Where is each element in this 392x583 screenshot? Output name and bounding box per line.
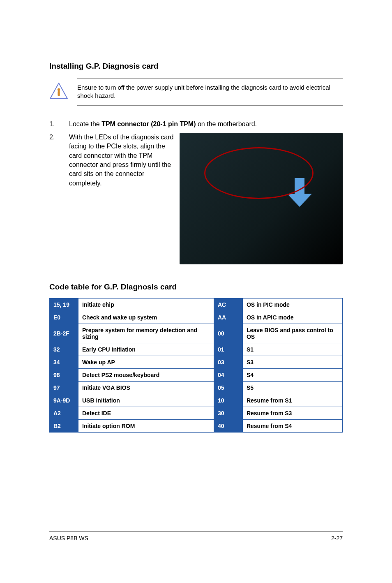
table-row: B2Initiate option ROM40Resume from S4 bbox=[50, 419, 343, 432]
warning-text: Ensure to turn off the power supply unit… bbox=[77, 78, 343, 106]
code-left: 9A-9D bbox=[50, 394, 78, 407]
desc-left: Wake up AP bbox=[78, 356, 214, 368]
install-heading: Installing G.P. Diagnosis card bbox=[49, 62, 343, 71]
diagnosis-code-table: 15, 19Initiate chipACOS in PIC modeE0Che… bbox=[49, 298, 343, 433]
code-table-heading: Code table for G.P. Diagnosis card bbox=[49, 282, 343, 292]
desc-right: OS in APIC mode bbox=[242, 311, 342, 324]
code-left: B2 bbox=[50, 419, 78, 432]
code-left: A2 bbox=[50, 407, 78, 419]
code-left: 15, 19 bbox=[50, 298, 78, 311]
code-left: 34 bbox=[50, 356, 78, 368]
warning-icon bbox=[49, 82, 68, 101]
code-right: 01 bbox=[214, 343, 242, 356]
desc-left: Check and wake up system bbox=[78, 311, 214, 324]
desc-right: S5 bbox=[242, 381, 342, 394]
install-steps-list: Locate the TPM connector (20-1 pin TPM) … bbox=[49, 120, 343, 264]
code-right: 03 bbox=[214, 356, 242, 368]
code-right: 00 bbox=[214, 324, 242, 343]
desc-left: Detect IDE bbox=[78, 407, 214, 419]
desc-left: USB initiation bbox=[78, 394, 214, 407]
code-right: 30 bbox=[214, 407, 242, 419]
code-left: 97 bbox=[50, 381, 78, 394]
table-row: E0Check and wake up systemAAOS in APIC m… bbox=[50, 311, 343, 324]
motherboard-photo bbox=[180, 133, 343, 264]
desc-left: Early CPU initiation bbox=[78, 343, 214, 356]
desc-right: Resume from S4 bbox=[242, 419, 342, 432]
table-row: 9A-9DUSB initiation10Resume from S1 bbox=[50, 394, 343, 407]
step1-connector-name: TPM connector (20-1 pin TPM) bbox=[101, 120, 196, 127]
desc-left: Initiate option ROM bbox=[78, 419, 214, 432]
table-row: A2Detect IDE30Resume from S3 bbox=[50, 407, 343, 419]
code-left: E0 bbox=[50, 311, 78, 324]
desc-left: Detect PS2 mouse/keyboard bbox=[78, 368, 214, 381]
step-1: Locate the TPM connector (20-1 pin TPM) … bbox=[49, 120, 343, 129]
svg-point-0 bbox=[58, 88, 60, 91]
code-right: 04 bbox=[214, 368, 242, 381]
svg-rect-1 bbox=[58, 91, 60, 96]
desc-right: Resume from S3 bbox=[242, 407, 342, 419]
code-right: 10 bbox=[214, 394, 242, 407]
desc-right: S3 bbox=[242, 356, 342, 368]
table-row: 2B-2FPrepare system for memory detection… bbox=[50, 324, 343, 343]
step1-post: on the motherboard. bbox=[196, 120, 257, 127]
desc-left: Prepare system for memory detection and … bbox=[78, 324, 214, 343]
code-right: AA bbox=[214, 311, 242, 324]
code-left: 2B-2F bbox=[50, 324, 78, 343]
desc-left: Initiate chip bbox=[78, 298, 214, 311]
table-row: 34Wake up AP03S3 bbox=[50, 356, 343, 368]
page-footer: ASUS P8B WS 2-27 bbox=[49, 531, 343, 541]
install-arrow-icon bbox=[287, 178, 312, 207]
table-row: 97Initiate VGA BIOS05S5 bbox=[50, 381, 343, 394]
step2-text: With the LEDs of the diagnosis card faci… bbox=[69, 133, 174, 188]
code-right: 40 bbox=[214, 419, 242, 432]
footer-product: ASUS P8B WS bbox=[49, 535, 88, 541]
step-2: With the LEDs of the diagnosis card faci… bbox=[49, 133, 343, 264]
table-row: 98Detect PS2 mouse/keyboard04S4 bbox=[50, 368, 343, 381]
desc-right: OS in PIC mode bbox=[242, 298, 342, 311]
table-row: 15, 19Initiate chipACOS in PIC mode bbox=[50, 298, 343, 311]
desc-right: S1 bbox=[242, 343, 342, 356]
footer-page-number: 2-27 bbox=[331, 535, 343, 541]
code-left: 98 bbox=[50, 368, 78, 381]
step1-pre: Locate the bbox=[69, 120, 101, 127]
desc-right: Leave BIOS and pass control to OS bbox=[242, 324, 342, 343]
desc-left: Initiate VGA BIOS bbox=[78, 381, 214, 394]
desc-right: S4 bbox=[242, 368, 342, 381]
desc-right: Resume from S1 bbox=[242, 394, 342, 407]
code-left: 32 bbox=[50, 343, 78, 356]
table-row: 32Early CPU initiation01S1 bbox=[50, 343, 343, 356]
warning-note: Ensure to turn off the power supply unit… bbox=[49, 78, 343, 106]
code-right: 05 bbox=[214, 381, 242, 394]
code-right: AC bbox=[214, 298, 242, 311]
